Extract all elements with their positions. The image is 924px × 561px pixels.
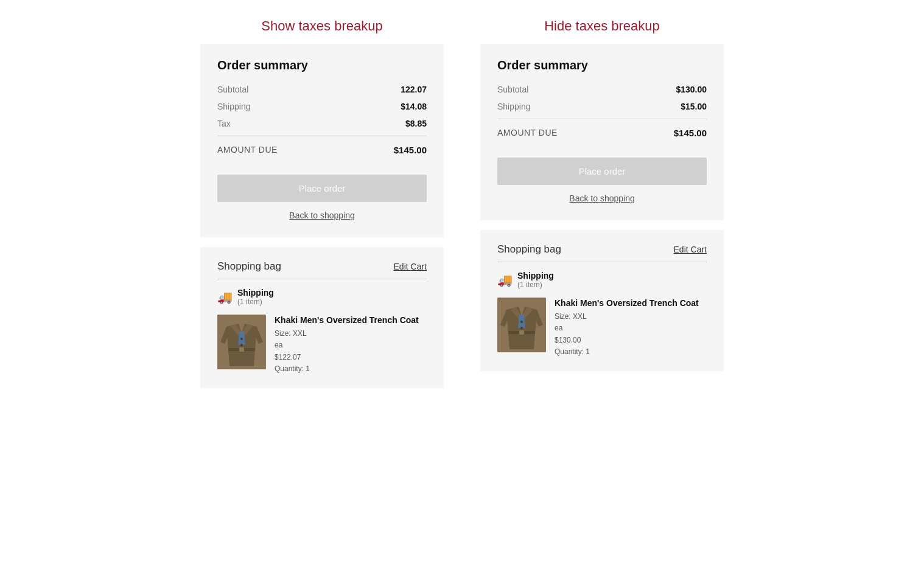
left-shipping-label-bag: Shipping xyxy=(237,288,274,298)
left-subtotal-label: Subtotal xyxy=(217,85,248,94)
right-subtotal-label: Subtotal xyxy=(497,85,528,94)
svg-point-18 xyxy=(520,321,523,323)
right-divider xyxy=(497,119,707,119)
left-amount-due-value: $145.00 xyxy=(394,145,427,155)
right-order-summary-heading: Order summary xyxy=(497,58,707,72)
left-place-order-button[interactable]: Place order xyxy=(217,175,427,202)
right-amount-due-label: AMOUNT DUE xyxy=(497,128,558,138)
right-product-image xyxy=(497,298,546,352)
right-edit-cart-link[interactable]: Edit Cart xyxy=(674,245,707,254)
left-tax-label: Tax xyxy=(217,119,231,128)
left-product-price: $122.07 xyxy=(275,353,301,361)
right-shipping-label-bag: Shipping xyxy=(517,271,554,280)
right-shopping-bag-card: Shopping bag Edit Cart 🚚 Shipping (1 ite… xyxy=(480,230,724,371)
left-order-summary-heading: Order summary xyxy=(217,58,427,72)
right-product-price: $130.00 xyxy=(555,336,581,344)
right-place-order-button[interactable]: Place order xyxy=(497,158,707,185)
right-product-quantity: Quantity: 1 xyxy=(555,347,590,356)
show-taxes-title: Show taxes breakup xyxy=(261,18,382,34)
left-edit-cart-link[interactable]: Edit Cart xyxy=(394,262,427,271)
right-order-summary-card: Order summary Subtotal $130.00 Shipping … xyxy=(480,44,724,220)
show-taxes-section: Show taxes breakup Order summary Subtota… xyxy=(200,18,444,388)
right-shipping-label: Shipping xyxy=(497,102,531,111)
right-product-size: Size: XXL xyxy=(555,312,587,321)
right-bag-divider xyxy=(497,262,707,262)
left-tax-value: $8.85 xyxy=(405,119,427,128)
left-shipping-count: (1 item) xyxy=(237,298,274,306)
right-back-to-shopping-link[interactable]: Back to shopping xyxy=(497,193,707,203)
left-amount-due-label: AMOUNT DUE xyxy=(217,145,278,155)
left-product-image xyxy=(217,315,266,369)
left-shipping-row: Shipping $14.08 xyxy=(217,98,427,115)
right-product-name: Khaki Men's Oversized Trench Coat xyxy=(555,298,707,308)
left-tax-row: Tax $8.85 xyxy=(217,115,427,132)
right-shipping-row-bag: 🚚 Shipping (1 item) xyxy=(497,271,707,289)
svg-rect-5 xyxy=(239,347,244,352)
right-shipping-value: $15.00 xyxy=(681,102,707,111)
left-order-summary-card: Order summary Subtotal 122.07 Shipping $… xyxy=(200,44,444,237)
left-truck-icon: 🚚 xyxy=(217,290,233,304)
left-product-name: Khaki Men's Oversized Trench Coat xyxy=(275,315,427,326)
right-shopping-bag-header: Shopping bag Edit Cart xyxy=(497,243,707,256)
svg-point-7 xyxy=(240,338,243,340)
left-divider xyxy=(217,136,427,136)
right-amount-due-row: AMOUNT DUE $145.00 xyxy=(497,123,707,143)
right-product-unit: ea xyxy=(555,324,562,332)
right-product-meta: Size: XXL ea $130.00 Quantity: 1 xyxy=(555,311,707,358)
svg-point-19 xyxy=(520,327,523,329)
left-shipping-label: Shipping xyxy=(217,102,251,111)
right-shipping-info: Shipping (1 item) xyxy=(517,271,554,289)
left-subtotal-value: 122.07 xyxy=(401,85,427,94)
left-product-details: Khaki Men's Oversized Trench Coat Size: … xyxy=(275,315,427,375)
left-shipping-info: Shipping (1 item) xyxy=(237,288,274,306)
left-product-size: Size: XXL xyxy=(275,329,307,338)
hide-taxes-section: Hide taxes breakup Order summary Subtota… xyxy=(480,18,724,371)
left-product-quantity: Quantity: 1 xyxy=(275,364,310,373)
right-shipping-row: Shipping $15.00 xyxy=(497,98,707,115)
left-product-unit: ea xyxy=(275,341,282,349)
hide-taxes-title: Hide taxes breakup xyxy=(544,18,660,34)
right-shipping-count: (1 item) xyxy=(517,280,554,289)
right-coat-svg xyxy=(497,298,546,352)
right-shopping-bag-title: Shopping bag xyxy=(497,243,561,256)
left-coat-svg xyxy=(217,315,266,369)
left-back-to-shopping-link[interactable]: Back to shopping xyxy=(217,211,427,220)
left-bag-divider xyxy=(217,279,427,279)
right-product-details: Khaki Men's Oversized Trench Coat Size: … xyxy=(555,298,707,358)
left-amount-due-row: AMOUNT DUE $145.00 xyxy=(217,140,427,160)
left-product-meta: Size: XXL ea $122.07 Quantity: 1 xyxy=(275,328,427,375)
right-subtotal-value: $130.00 xyxy=(676,85,707,94)
left-shopping-bag-card: Shopping bag Edit Cart 🚚 Shipping (1 ite… xyxy=(200,247,444,388)
right-subtotal-row: Subtotal $130.00 xyxy=(497,81,707,98)
left-shopping-bag-title: Shopping bag xyxy=(217,260,281,273)
left-shipping-value: $14.08 xyxy=(401,102,427,111)
right-truck-icon: 🚚 xyxy=(497,273,513,287)
left-shopping-bag-header: Shopping bag Edit Cart xyxy=(217,260,427,273)
left-product-row: Khaki Men's Oversized Trench Coat Size: … xyxy=(217,315,427,375)
left-shipping-row-bag: 🚚 Shipping (1 item) xyxy=(217,288,427,306)
right-amount-due-value: $145.00 xyxy=(674,128,707,138)
svg-point-8 xyxy=(240,344,243,346)
right-product-row: Khaki Men's Oversized Trench Coat Size: … xyxy=(497,298,707,358)
svg-rect-16 xyxy=(519,330,524,335)
left-subtotal-row: Subtotal 122.07 xyxy=(217,81,427,98)
